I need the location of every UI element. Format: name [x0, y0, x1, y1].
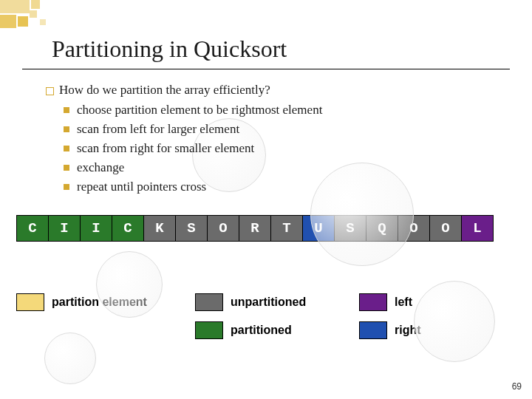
legend-label: partitioned: [231, 324, 292, 337]
legend: partition element unpartitioned left par…: [16, 293, 532, 339]
legend-label: unpartitioned: [231, 296, 306, 309]
step-item: scan from left for larger element: [77, 121, 502, 138]
legend-row: partition element unpartitioned left: [16, 293, 532, 311]
array-cell: I: [80, 215, 112, 242]
array-cell: K: [143, 215, 176, 242]
array-visual: CIICKSORTUSQOOL: [16, 215, 532, 242]
question-bullet: How do we partition the array efficientl…: [59, 83, 502, 98]
array-cell: T: [270, 215, 303, 242]
array-cell: C: [112, 215, 144, 242]
steps-list: choose partition element to be rightmost…: [77, 102, 502, 196]
legend-label: left: [395, 296, 412, 309]
legend-item-partition-element: partition element: [16, 293, 170, 311]
corner-decoration: [0, 0, 111, 37]
slide-title: Partitioning in Quicksort: [52, 35, 480, 63]
array-cell: O: [207, 215, 239, 242]
legend-swatch: [16, 293, 44, 311]
legend-item-partitioned: partitioned: [195, 321, 334, 339]
legend-label: partition element: [52, 296, 147, 309]
legend-swatch: [195, 293, 223, 311]
array-cell: Q: [366, 215, 398, 242]
legend-item-left: left: [359, 293, 412, 311]
array-cell: I: [48, 215, 81, 242]
array-cell: L: [461, 215, 494, 242]
step-item: choose partition element to be rightmost…: [77, 102, 502, 119]
bubble-decoration: [44, 332, 96, 384]
legend-row: partitioned right: [195, 321, 532, 339]
array-cell: R: [239, 215, 271, 242]
array-cell: C: [16, 215, 49, 242]
page-number: 69: [512, 381, 522, 392]
legend-swatch: [359, 293, 387, 311]
legend-swatch: [359, 321, 387, 339]
step-item: scan from right for smaller element: [77, 140, 502, 157]
legend-label: right: [395, 324, 421, 337]
array-cell: S: [334, 215, 366, 242]
legend-item-unpartitioned: unpartitioned: [195, 293, 334, 311]
legend-swatch: [195, 321, 223, 339]
legend-item-right: right: [359, 321, 421, 339]
array-cell: U: [302, 215, 335, 242]
array-cell: O: [429, 215, 462, 242]
step-item: exchange: [77, 160, 502, 177]
array-cell: O: [398, 215, 430, 242]
slide-body: How do we partition the array efficientl…: [0, 69, 532, 196]
array-cell: S: [175, 215, 208, 242]
step-item: repeat until pointers cross: [77, 179, 502, 196]
